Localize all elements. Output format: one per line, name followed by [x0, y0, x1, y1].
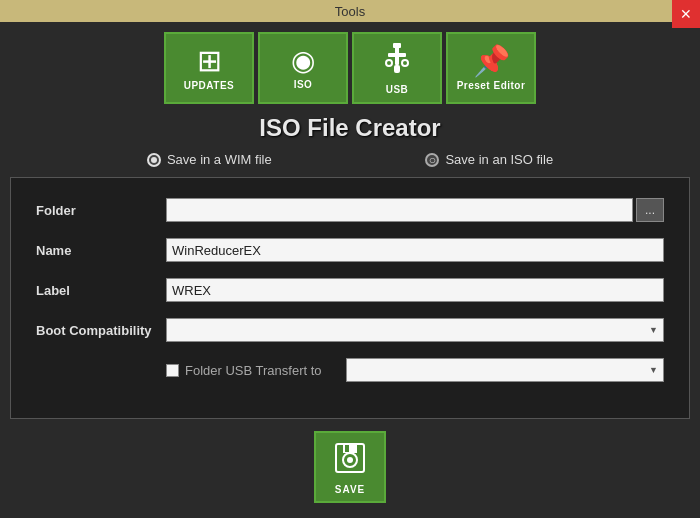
preset-editor-icon: 📌 — [473, 46, 510, 76]
svg-rect-10 — [345, 445, 349, 452]
updates-label: UPDATES — [184, 80, 235, 91]
folder-row: Folder ... — [36, 198, 664, 222]
radio-wim-label: Save in a WIM file — [167, 152, 272, 167]
updates-icon: ⊞ — [197, 46, 222, 76]
radio-iso[interactable]: ○ Save in an ISO file — [425, 152, 553, 167]
toolbar-iso-button[interactable]: ◉ ISO — [258, 32, 348, 104]
save-icon — [332, 440, 368, 481]
preset-editor-label: Preset Editor — [457, 80, 526, 91]
folder-label: Folder — [36, 203, 166, 218]
boot-compat-select[interactable] — [166, 318, 664, 342]
label-label: Label — [36, 283, 166, 298]
boot-compat-label: Boot Compatibility — [36, 323, 166, 338]
page-title: ISO File Creator — [259, 114, 440, 142]
radio-iso-label: Save in an ISO file — [445, 152, 553, 167]
close-button[interactable]: ✕ — [672, 0, 700, 28]
save-label: SAVE — [335, 484, 366, 495]
toolbar-usb-button[interactable]: USB — [352, 32, 442, 104]
radio-iso-indicator: ○ — [425, 153, 439, 167]
radio-wim-indicator — [147, 153, 161, 167]
usb-icon — [380, 41, 414, 80]
main-window: Tools ✕ ⊞ UPDATES ◉ ISO — [0, 0, 700, 518]
radio-group: Save in a WIM file ○ Save in an ISO file — [10, 152, 690, 167]
svg-rect-5 — [394, 65, 400, 73]
toolbar-preset-editor-button[interactable]: 📌 Preset Editor — [446, 32, 536, 104]
title-bar: Tools ✕ — [0, 0, 700, 22]
folder-usb-text: Folder USB Transfert to — [185, 363, 322, 378]
toolbar-updates-button[interactable]: ⊞ UPDATES — [164, 32, 254, 104]
svg-point-3 — [386, 60, 392, 66]
iso-icon: ◉ — [291, 47, 315, 75]
usb-label: USB — [386, 84, 409, 95]
name-input[interactable] — [166, 238, 664, 262]
svg-point-4 — [402, 60, 408, 66]
folder-usb-select[interactable] — [346, 358, 664, 382]
label-input[interactable] — [166, 278, 664, 302]
svg-rect-2 — [388, 53, 406, 57]
radio-wim[interactable]: Save in a WIM file — [147, 152, 272, 167]
name-row: Name — [36, 238, 664, 262]
folder-usb-select-wrapper — [346, 358, 664, 382]
main-content: ⊞ UPDATES ◉ ISO — [0, 22, 700, 518]
folder-input-group: ... — [166, 198, 664, 222]
save-button[interactable]: SAVE — [314, 431, 386, 503]
boot-compat-select-wrapper — [166, 318, 664, 342]
browse-button[interactable]: ... — [636, 198, 664, 222]
folder-input[interactable] — [166, 198, 633, 222]
folder-usb-checkbox[interactable] — [166, 364, 179, 377]
folder-usb-label[interactable]: Folder USB Transfert to — [166, 363, 346, 378]
boot-compat-row: Boot Compatibility — [36, 318, 664, 342]
window-title: Tools — [335, 4, 365, 19]
form-panel: Folder ... Name Label Boot Co — [10, 177, 690, 419]
folder-usb-row: Folder USB Transfert to — [36, 358, 664, 382]
close-icon: ✕ — [680, 6, 692, 22]
browse-icon: ... — [645, 203, 655, 217]
iso-label: ISO — [294, 79, 313, 90]
save-section: SAVE — [314, 431, 386, 503]
svg-point-8 — [347, 457, 353, 463]
name-label: Name — [36, 243, 166, 258]
label-row: Label — [36, 278, 664, 302]
toolbar: ⊞ UPDATES ◉ ISO — [164, 32, 536, 104]
